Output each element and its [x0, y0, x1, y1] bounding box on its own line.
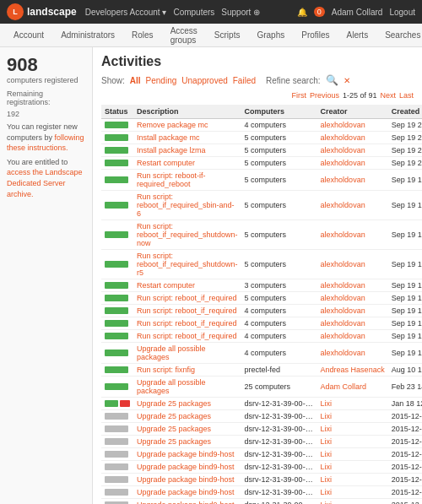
status-cell [101, 330, 133, 343]
status-cell [101, 220, 133, 250]
description-cell[interactable]: Upgrade package bind9-host [133, 474, 241, 486]
description-cell[interactable]: Run script: reboot_if_required_shutdown-… [133, 220, 241, 250]
filter-pending[interactable]: Pending [146, 76, 177, 85]
subnav-searches[interactable]: Searches [381, 24, 422, 46]
table-row: Upgrade package bind9-hostdsrv-12-31-39-… [101, 486, 422, 499]
subnav-roles[interactable]: Roles [128, 24, 157, 46]
description-cell[interactable]: Restart computer [133, 157, 241, 170]
subnav-graphs[interactable]: Graphs [253, 24, 288, 46]
created-cell: 2015-12-11 11:12 BST [388, 436, 422, 448]
creator-cell: Lixi [317, 398, 388, 410]
status-cell [101, 343, 133, 364]
creator-cell: alexholdovan [317, 144, 388, 157]
description-cell[interactable]: Run script: reboot_if_required_shutdown-… [133, 250, 241, 279]
refine-label: Refine search: [266, 76, 320, 85]
nav-support[interactable]: Support ⊕ [221, 8, 260, 17]
description-cell[interactable]: Run script: reboot_if_required [133, 305, 241, 317]
filter-unapproved[interactable]: Unapproved [181, 76, 227, 85]
description-cell[interactable]: Install package lzma [133, 144, 241, 157]
computers-cell: 4 computers [241, 343, 317, 364]
created-cell: 2015-12-10 13:51 BST [388, 499, 422, 505]
computers-cell: dsrv-12-31-39-00-3C-98.compute-1-interna… [241, 461, 317, 474]
creator-cell: alexholdovan [317, 220, 388, 250]
status-cell [101, 423, 133, 436]
description-cell[interactable]: Upgrade 25 packages [133, 423, 241, 436]
filter-failed[interactable]: Failed [233, 76, 256, 85]
computers-cell: 5 computers [241, 220, 317, 250]
table-row: Upgrade package bind9-hostdsrv-12-31-39-… [101, 448, 422, 461]
pagination-next[interactable]: Next [380, 91, 396, 100]
description-cell[interactable]: Restart computer [133, 279, 241, 292]
status-cell [101, 119, 133, 132]
computers-cell: 25 computers [241, 377, 317, 398]
description-cell[interactable]: Run script: fixnfig [133, 364, 241, 377]
creator-cell: alexholdovan [317, 279, 388, 292]
computers-cell: dsrv-12-31-39-00-3C-98.compute-1-interna… [241, 423, 317, 436]
status-cell [101, 157, 133, 170]
status-cell [101, 377, 133, 398]
computers-cell: 4 computers [241, 330, 317, 343]
description-cell[interactable]: Upgrade all possible packages [133, 343, 241, 364]
description-cell[interactable]: Upgrade package bind9-host [133, 461, 241, 474]
computers-cell: dsrv-12-31-39-00-3C-98.compute-1-interna… [241, 499, 317, 505]
access-link[interactable]: access the Landscape Dedicated Server ar… [7, 168, 83, 198]
description-cell[interactable]: Remove package mc [133, 119, 241, 132]
description-cell[interactable]: Run script: reboot_if_required [133, 330, 241, 343]
subnav-profiles[interactable]: Profiles [298, 24, 333, 46]
created-cell: 2015-12-10 14:01 BST [388, 474, 422, 486]
created-cell: Sep 19 20:08 BST [388, 157, 422, 170]
description-cell[interactable]: Upgrade all possible packages [133, 377, 241, 398]
description-cell[interactable]: Run script: reboot-if-required_reboot [133, 170, 241, 191]
creator-cell: alexholdovan [317, 191, 388, 220]
nav-computers[interactable]: Computers [173, 8, 214, 17]
col-computers: Computers [241, 105, 317, 119]
computers-cell: prectel-fed [241, 364, 317, 377]
description-cell[interactable]: Run script: reboot_if_required [133, 292, 241, 305]
pagination-prev[interactable]: Previous [310, 91, 339, 100]
computers-cell: 3 computers [241, 279, 317, 292]
description-cell[interactable]: Upgrade package bind9-host [133, 448, 241, 461]
description-cell[interactable]: Install package mc [133, 132, 241, 144]
search-clear-icon[interactable]: ✕ [344, 76, 350, 85]
status-cell [101, 292, 133, 305]
notif-badge: 0 [314, 7, 325, 17]
count-label: computers registered [7, 76, 85, 84]
creator-cell: Lixi [317, 410, 388, 423]
description-cell[interactable]: Upgrade 25 packages [133, 398, 241, 410]
sub-nav: Account Administrators Roles Access grou… [0, 24, 422, 47]
table-row: Run script: reboot_if_required4 computer… [101, 305, 422, 317]
status-cell [101, 170, 133, 191]
description-cell[interactable]: Upgrade package bind9-host [133, 486, 241, 499]
subnav-scripts[interactable]: Scripts [211, 24, 244, 46]
description-cell[interactable]: Run script: reboot_if_required_sbin-and-… [133, 191, 241, 220]
status-cell [101, 132, 133, 144]
logout-link[interactable]: Logout [389, 8, 415, 17]
subnav-administrators[interactable]: Administrators [57, 24, 118, 46]
created-cell: Sep 19 16:31 BST [388, 317, 422, 330]
subnav-account[interactable]: Account [10, 24, 47, 46]
creator-cell: Andreas Hasenack [317, 364, 388, 377]
status-cell [101, 486, 133, 499]
created-cell: Sep 19 15:58 BST [388, 343, 422, 364]
pagination-last[interactable]: Last [399, 91, 414, 100]
search-icon[interactable]: 🔍 [326, 74, 338, 86]
computers-cell: dsrv-12-31-39-00-3C-98.compute-1-interna… [241, 398, 317, 410]
creator-cell: Adam Collard [317, 377, 388, 398]
description-cell[interactable]: Upgrade 25 packages [133, 410, 241, 423]
table-row: Upgrade package bind9-hostdsrv-12-31-39-… [101, 474, 422, 486]
description-cell[interactable]: Upgrade package bind9-host [133, 499, 241, 505]
pagination-first[interactable]: First [291, 91, 306, 100]
logo[interactable]: L landscape [7, 3, 77, 20]
subnav-access-groups[interactable]: Access groups [167, 24, 201, 46]
nav-developers[interactable]: Developers Account ▾ [85, 8, 167, 17]
description-cell[interactable]: Run script: reboot_if_required [133, 317, 241, 330]
col-description: Description [133, 105, 241, 119]
description-cell[interactable]: Upgrade 25 packages [133, 436, 241, 448]
subnav-alerts[interactable]: Alerts [344, 24, 372, 46]
filter-all[interactable]: All [130, 76, 141, 85]
notif-icon[interactable]: 🔔 [297, 8, 307, 17]
user-name[interactable]: Adam Collard [332, 8, 383, 17]
register-link[interactable]: following these instructions. [7, 133, 84, 153]
status-cell [101, 250, 133, 279]
table-row: Upgrade 25 packagesdsrv-12-31-39-00-3C-9… [101, 398, 422, 410]
